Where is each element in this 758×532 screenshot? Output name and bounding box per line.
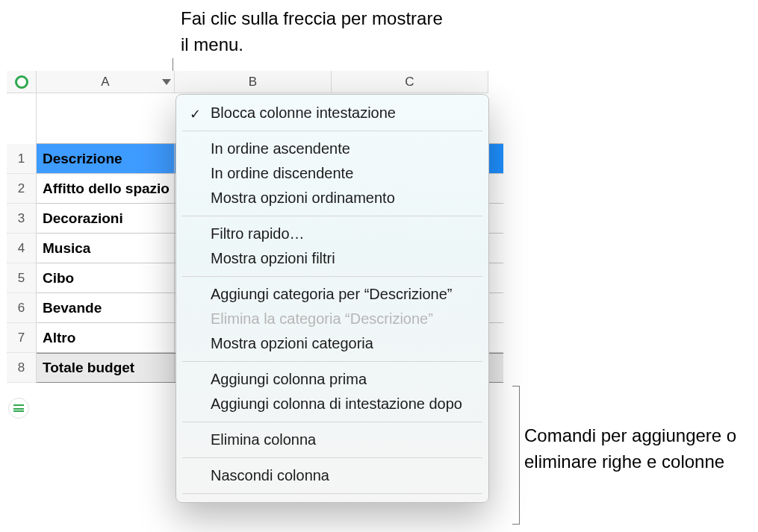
menu-item-label: Elimina colonna (211, 431, 316, 448)
menu-item[interactable]: Mostra opzioni filtri (176, 246, 488, 271)
rows-icon (13, 404, 24, 412)
menu-item-label: Blocca colonne intestazione (211, 104, 396, 121)
row-number: 1 (18, 151, 25, 166)
menu-item[interactable]: Nascondi colonna (176, 463, 488, 488)
menu-item-label: Mostra opzioni filtri (211, 250, 335, 266)
cell[interactable]: Totale budget (37, 354, 175, 382)
cell[interactable]: Bevande (37, 293, 175, 322)
cell-text: Bevande (43, 300, 102, 316)
menu-item: Elimina la categoria “Descrizione” (176, 307, 488, 331)
row-header[interactable]: 2 (7, 174, 37, 204)
row-header[interactable]: 1 (7, 144, 37, 174)
menu-separator (182, 493, 482, 494)
column-context-menu: ✓Blocca colonne intestazioneIn ordine as… (175, 94, 489, 503)
callout-top: Fai clic sulla freccia per mostrare il m… (181, 6, 450, 58)
menu-item[interactable]: Aggiungi colonna di intestazione dopo (176, 392, 488, 416)
menu-item-label: In ordine discendente (211, 165, 353, 181)
row-number: 5 (18, 271, 25, 286)
cell-text: Cibo (43, 270, 74, 287)
menu-separator (182, 276, 482, 277)
select-all-corner[interactable] (7, 71, 37, 93)
menu-item[interactable]: Mostra opzioni ordinamento (176, 186, 488, 210)
cell-text: Descrizione (43, 151, 122, 167)
menu-item[interactable]: In ordine discendente (176, 161, 488, 186)
row-number: 2 (18, 181, 25, 196)
cell-text: Altro (43, 330, 75, 346)
table-handle-ring-icon (15, 75, 28, 89)
column-header-label: C (405, 75, 414, 90)
column-header-c[interactable]: C (332, 71, 488, 93)
menu-separator (182, 422, 482, 422)
cell-text: Musica (43, 240, 90, 257)
menu-separator (182, 216, 482, 216)
menu-item-label: Elimina la categoria “Descrizione” (211, 310, 433, 327)
menu-item-label: Nascondi colonna (211, 467, 329, 484)
menu-item[interactable]: Mostra opzioni categoria (176, 331, 488, 356)
cell[interactable]: Cibo (37, 263, 175, 292)
row-header[interactable]: 6 (7, 293, 37, 323)
menu-item[interactable]: Aggiungi categoria per “Descrizione” (176, 282, 488, 307)
row-header[interactable]: 4 (7, 234, 37, 263)
column-header-label: B (249, 75, 257, 90)
menu-item-label: Mostra opzioni categoria (211, 335, 373, 351)
row-number: 8 (18, 360, 25, 375)
cell-text: Totale budget (43, 360, 134, 376)
menu-item-label: Aggiungi categoria per “Descrizione” (211, 286, 453, 302)
menu-item-label: Aggiungi colonna prima (211, 371, 367, 387)
menu-item[interactable]: Elimina colonna (176, 428, 488, 452)
column-header-b[interactable]: B (175, 71, 332, 93)
menu-separator (182, 457, 482, 458)
add-row-button[interactable] (8, 398, 29, 419)
callout-bracket (512, 386, 520, 525)
chevron-down-icon[interactable] (162, 79, 171, 85)
row-number: 4 (18, 241, 25, 256)
row-number: 3 (18, 211, 25, 226)
column-header-label: A (101, 75, 109, 90)
menu-item[interactable]: In ordine ascendente (176, 137, 488, 161)
cell[interactable]: Affitto dello spazio (37, 174, 175, 203)
row-header[interactable]: 8 (7, 353, 37, 383)
cell-text: Decorazioni (43, 210, 123, 227)
cell-text: Affitto dello spazio (43, 181, 170, 197)
cell[interactable]: Decorazioni (37, 204, 175, 233)
row-header[interactable]: 7 (7, 323, 37, 353)
row-headers: 1 2 3 4 5 6 7 8 (7, 93, 37, 419)
cell[interactable]: Descrizione (37, 144, 175, 173)
row-header[interactable]: 3 (7, 204, 37, 234)
menu-item-label: Filtro rapido… (211, 225, 305, 242)
menu-item-label: Aggiungi colonna di intestazione dopo (211, 395, 462, 412)
row-header-gap (7, 93, 37, 144)
menu-item-label: Mostra opzioni ordinamento (211, 190, 395, 206)
column-headers: A B C (37, 71, 488, 93)
menu-item-label: In ordine ascendente (211, 140, 350, 157)
menu-item[interactable]: Filtro rapido… (176, 222, 488, 246)
row-number: 6 (18, 301, 25, 316)
cell[interactable]: Musica (37, 234, 175, 263)
callout-right: Comandi per aggiungere o eliminare righe… (524, 423, 756, 475)
menu-item[interactable]: ✓Blocca colonne intestazione (176, 101, 488, 125)
menu-separator (182, 361, 482, 362)
cell[interactable]: Altro (37, 323, 175, 352)
row-header[interactable]: 5 (7, 263, 37, 293)
row-number: 7 (18, 331, 25, 345)
menu-item[interactable]: Aggiungi colonna prima (176, 367, 488, 392)
menu-separator (182, 131, 482, 131)
checkmark-icon: ✓ (190, 106, 201, 122)
column-header-a[interactable]: A (37, 71, 175, 93)
